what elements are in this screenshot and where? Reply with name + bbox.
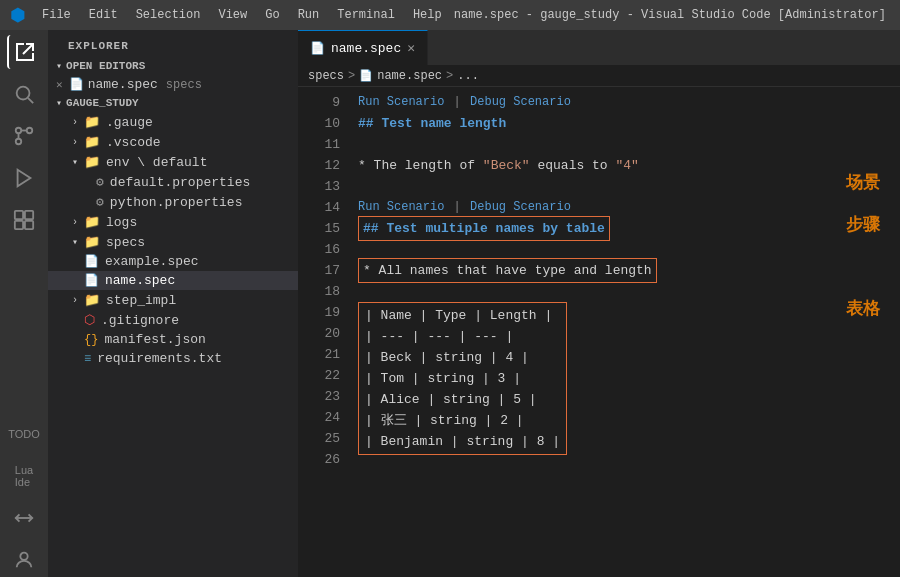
menu-bar[interactable]: File Edit Selection View Go Run Terminal… (34, 6, 450, 24)
file-name-example-spec: example.spec (105, 254, 199, 269)
menu-terminal[interactable]: Terminal (329, 6, 403, 24)
breadcrumb-specs[interactable]: specs (308, 69, 344, 83)
sidebar-item-requirements[interactable]: ≡ requirements.txt (48, 349, 298, 368)
sidebar-item-vscode[interactable]: › 📁 .vscode (48, 132, 298, 152)
chevron-step-impl: › (72, 295, 78, 306)
gauge-study-header[interactable]: ▾ GAUGE_STUDY (48, 94, 298, 112)
folder-name-vscode: .vscode (106, 135, 161, 150)
run-debug-line-2: Run Scenario | Debug Scenario (358, 197, 571, 218)
tab-name-spec[interactable]: 📄 name.spec ✕ (298, 30, 428, 65)
source-control-activity-icon[interactable] (7, 119, 41, 153)
code-line-15: ## Test multiple names by table (358, 218, 900, 239)
spec-icon-name: 📄 (84, 273, 99, 288)
chevron-specs: ▾ (72, 236, 78, 248)
line-num-14: 14 (306, 197, 340, 218)
table-row-alice: | Alice | string | 5 | (365, 389, 537, 410)
sidebar-item-specs[interactable]: ▾ 📁 specs (48, 232, 298, 252)
tab-file-icon: 📄 (310, 41, 325, 56)
annotation-table: 表格 (846, 297, 880, 320)
file-name-default-properties: default.properties (110, 175, 250, 190)
search-activity-icon[interactable] (7, 77, 41, 111)
svg-point-3 (27, 128, 33, 134)
code-line-9: Run Scenario | Debug Scenario (358, 92, 900, 113)
table-row-tom: | Tom | string | 3 | (365, 368, 521, 389)
lua-activity-icon[interactable]: LuaIde (7, 459, 41, 493)
code-line-20: | --- | --- | --- | (365, 326, 560, 347)
code-line-11 (358, 134, 900, 155)
menu-help[interactable]: Help (405, 6, 450, 24)
line-num-26: 26 (306, 449, 340, 470)
debug-activity-icon[interactable] (7, 161, 41, 195)
close-icon[interactable]: ✕ (56, 78, 63, 91)
explorer-activity-icon[interactable] (7, 35, 41, 69)
menu-selection[interactable]: Selection (128, 6, 209, 24)
annotation-step: 步骤 (846, 213, 880, 236)
heading-test-name-length: ## Test name length (358, 113, 506, 134)
open-editors-chevron: ▾ (56, 60, 62, 72)
account-activity-icon[interactable] (7, 543, 41, 577)
line-num-24: 24 (306, 407, 340, 428)
svg-rect-9 (25, 211, 33, 219)
chevron-right-icon-vscode: › (72, 137, 78, 148)
sidebar-item-logs[interactable]: › 📁 logs (48, 212, 298, 232)
sidebar-item-manifest[interactable]: {} manifest.json (48, 330, 298, 349)
open-editor-filename: name.spec (88, 77, 158, 92)
debug-scenario-link-1[interactable]: Debug Scenario (470, 92, 571, 113)
breadcrumb-sep2: > (446, 69, 453, 83)
folder-icon-env: 📁 (84, 154, 100, 170)
line-num-19: 19 (306, 302, 340, 323)
code-line-16 (358, 239, 900, 260)
sidebar-item-env[interactable]: ▾ 📁 env \ default (48, 152, 298, 172)
sidebar-item-default-properties[interactable]: ⚙ default.properties (48, 172, 298, 192)
folder-name-env: env \ default (106, 155, 207, 170)
open-editors-header[interactable]: ▾ OPEN EDITORS (48, 57, 298, 75)
table-row-zhangsan: | 张三 | string | 2 | (365, 410, 524, 431)
table-sep: | --- | --- | --- | (365, 326, 513, 347)
chevron-env: ▾ (72, 156, 78, 168)
extensions-activity-icon[interactable] (7, 203, 41, 237)
sidebar-item-python-properties[interactable]: ⚙ python.properties (48, 192, 298, 212)
file-name-requirements: requirements.txt (97, 351, 222, 366)
sidebar-item-example-spec[interactable]: 📄 example.spec (48, 252, 298, 271)
svg-line-1 (28, 98, 33, 103)
sidebar-item-step-impl[interactable]: › 📁 step_impl (48, 290, 298, 310)
code-area[interactable]: Run Scenario | Debug Scenario ## Test na… (348, 87, 900, 476)
menu-edit[interactable]: Edit (81, 6, 126, 24)
menu-go[interactable]: Go (257, 6, 287, 24)
open-editor-folder: specs (166, 78, 202, 92)
table-row-benjamin: | Benjamin | string | 8 | (365, 431, 560, 452)
activity-bar: TODO LuaIde (0, 30, 48, 577)
folder-name-logs: logs (106, 215, 137, 230)
code-line-19: | Name | Type | Length | (365, 305, 560, 326)
line-num-23: 23 (306, 386, 340, 407)
line-num-12: 12 (306, 155, 340, 176)
line-num-21: 21 (306, 344, 340, 365)
editor-area: 📄 name.spec ✕ specs > 📄 name.spec > ... … (298, 30, 900, 577)
code-line-21: | Beck | string | 4 | (365, 347, 560, 368)
line-num-15: 15 (306, 218, 340, 239)
breadcrumb-filename[interactable]: name.spec (377, 69, 442, 83)
sidebar-item-gauge[interactable]: › 📁 .gauge (48, 112, 298, 132)
open-editor-name-spec[interactable]: ✕ 📄 name.spec specs (48, 75, 298, 94)
chevron-right-icon: › (72, 117, 78, 128)
code-line-23: | Alice | string | 5 | (365, 389, 560, 410)
run-scenario-link-1[interactable]: Run Scenario (358, 92, 444, 113)
folder-icon-specs: 📁 (84, 234, 100, 250)
txt-icon: ≡ (84, 352, 91, 366)
menu-view[interactable]: View (210, 6, 255, 24)
table-row-beck: | Beck | string | 4 | (365, 347, 529, 368)
menu-run[interactable]: Run (290, 6, 328, 24)
tab-close-button[interactable]: ✕ (407, 40, 415, 56)
sidebar-item-gitignore[interactable]: ⬡ .gitignore (48, 310, 298, 330)
sidebar-item-name-spec[interactable]: 📄 name.spec (48, 271, 298, 290)
remote-activity-icon[interactable] (7, 501, 41, 535)
annotation-scene: 场景 (846, 171, 880, 194)
code-line-10: ## Test name length (358, 113, 900, 134)
breadcrumb-ellipsis[interactable]: ... (457, 69, 479, 83)
debug-scenario-link-2[interactable]: Debug Scenario (470, 197, 571, 218)
menu-file[interactable]: File (34, 6, 79, 24)
run-scenario-link-2[interactable]: Run Scenario (358, 197, 444, 218)
code-line-22: | Tom | string | 3 | (365, 368, 560, 389)
todo-activity-icon[interactable]: TODO (7, 417, 41, 451)
folder-name-step-impl: step_impl (106, 293, 176, 308)
